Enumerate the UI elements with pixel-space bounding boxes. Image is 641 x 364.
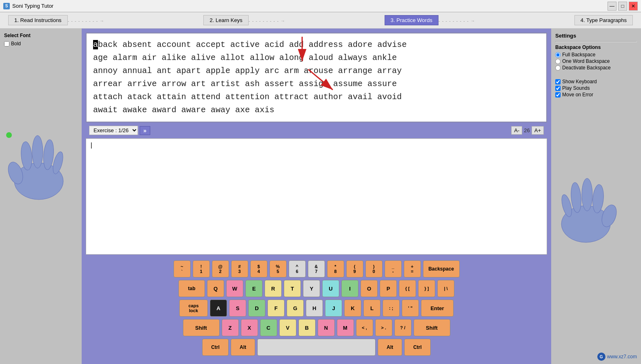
move-on-error-checkbox[interactable] <box>555 92 561 98</box>
key-6[interactable]: ^6 <box>289 260 306 277</box>
first-char: a <box>93 40 98 49</box>
key-7[interactable]: &7 <box>308 260 325 277</box>
step2-button[interactable]: 2. Learn Keys <box>203 15 248 25</box>
show-keyboard-checkbox[interactable] <box>555 79 561 84</box>
key-alt-right[interactable]: Alt <box>378 339 402 356</box>
font-decrease-button[interactable]: A- <box>511 126 522 135</box>
key-b[interactable]: B <box>298 319 316 336</box>
key-a[interactable]: A <box>210 300 227 317</box>
key-s[interactable]: S <box>229 300 246 317</box>
app-title: Soni Typing Tutor <box>12 3 53 9</box>
key-p[interactable]: P <box>380 280 397 297</box>
key-ctrl-right[interactable]: Ctrl <box>404 339 431 356</box>
deactivate-radio[interactable] <box>555 65 561 71</box>
key-2[interactable]: @2 <box>212 260 229 277</box>
typing-area[interactable]: | <box>86 138 547 255</box>
key-shift-left[interactable]: Shift <box>183 319 220 336</box>
key-backslash[interactable]: | \ <box>437 280 454 297</box>
key-t[interactable]: T <box>284 280 301 297</box>
word-line4: arrear arrive arrow art artist ash asser… <box>93 79 397 89</box>
minimize-button[interactable]: — <box>608 2 617 11</box>
key-slash[interactable]: ? / <box>394 319 412 336</box>
app-icon: S <box>3 3 10 9</box>
key-tab[interactable]: tab <box>178 280 205 297</box>
key-row-qwerty: tab Q W E R T Y U I O P { [ } ] | \ <box>178 280 454 297</box>
key-v[interactable]: V <box>279 319 296 336</box>
key-bracket-close[interactable]: } ] <box>418 280 435 297</box>
key-m[interactable]: M <box>337 319 354 336</box>
key-e[interactable]: E <box>245 280 263 297</box>
key-h[interactable]: H <box>306 300 323 317</box>
key-1[interactable]: !1 <box>193 260 210 277</box>
deactivate-label: Deactivate Backspace <box>562 65 611 71</box>
key-9[interactable]: (9 <box>346 260 363 277</box>
word-line1: back absent account accept active acid a… <box>98 40 407 49</box>
key-space[interactable] <box>257 339 376 356</box>
key-3[interactable]: #3 <box>231 260 248 277</box>
key-r[interactable]: R <box>265 280 282 297</box>
key-alt-left[interactable]: Alt <box>231 339 255 356</box>
key-z[interactable]: Z <box>222 319 239 336</box>
key-g[interactable]: G <box>287 300 304 317</box>
key-period[interactable]: > . <box>375 319 392 336</box>
settings-title: Settings <box>555 33 637 39</box>
key-0[interactable]: )0 <box>365 260 383 277</box>
svg-point-3 <box>32 135 43 168</box>
key-f[interactable]: F <box>267 300 285 317</box>
right-hand-area <box>555 171 637 246</box>
key-x[interactable]: X <box>241 319 258 336</box>
green-dot <box>6 132 12 138</box>
deactivate-row: Deactivate Backspace <box>555 65 637 71</box>
key-d[interactable]: D <box>248 300 265 317</box>
key-u[interactable]: U <box>322 280 339 297</box>
one-word-radio[interactable] <box>555 59 561 64</box>
key-y[interactable]: Y <box>303 280 320 297</box>
key-c[interactable]: C <box>260 319 277 336</box>
word-line5: attach atack attain attend attention att… <box>93 92 402 102</box>
key-k[interactable]: K <box>344 300 361 317</box>
step3-button[interactable]: 3. Practice Words <box>385 15 438 25</box>
key-minus[interactable]: _- <box>385 260 402 277</box>
bold-checkbox[interactable] <box>4 41 9 47</box>
key-n[interactable]: N <box>318 319 335 336</box>
nav-step-2: 2. Learn Keys <box>203 15 248 25</box>
key-capslock[interactable]: capslock <box>179 300 208 317</box>
key-equals[interactable]: += <box>404 260 421 277</box>
full-backspace-radio[interactable] <box>555 52 561 58</box>
key-comma[interactable]: < , <box>356 319 373 336</box>
key-l[interactable]: L <box>363 300 381 317</box>
key-enter[interactable]: Enter <box>421 300 454 317</box>
backspace-section-title: Backspace Options <box>555 44 637 50</box>
svg-point-9 <box>582 178 592 211</box>
key-shift-right[interactable]: Shift <box>414 319 450 336</box>
key-j[interactable]: J <box>325 300 342 317</box>
key-bracket-open[interactable]: { [ <box>399 280 416 297</box>
titlebar-left: S Soni Typing Tutor <box>3 3 53 9</box>
close-button[interactable]: ✕ <box>629 2 638 11</box>
svg-point-4 <box>42 139 55 170</box>
key-ctrl-left[interactable]: Ctrl <box>202 339 229 356</box>
titlebar-controls[interactable]: — □ ✕ <box>608 2 638 11</box>
font-increase-button[interactable]: A+ <box>532 126 544 135</box>
exercise-select[interactable]: Exercise : 1/26 <box>89 126 138 135</box>
maximize-button[interactable]: □ <box>618 2 627 11</box>
key-q[interactable]: Q <box>207 280 224 297</box>
nav-step-1: 1. Read Instructions <box>8 15 68 25</box>
step4-button[interactable]: 4. Type Paragraphs <box>574 15 633 25</box>
watermark-logo: G <box>597 353 605 361</box>
key-o[interactable]: O <box>361 280 378 297</box>
key-backtick[interactable]: ~` <box>174 260 191 277</box>
key-backspace[interactable]: Backspace <box>423 260 460 277</box>
key-8[interactable]: *8 <box>327 260 344 277</box>
key-semicolon[interactable]: : ; <box>383 300 400 317</box>
nav-step-4: 4. Type Paragraphs <box>574 15 633 25</box>
exercise-next-button[interactable]: » <box>140 126 150 135</box>
step1-button[interactable]: 1. Read Instructions <box>8 15 68 25</box>
key-quote[interactable]: ' " <box>402 300 419 317</box>
left-sidebar: Select Font Bold <box>0 29 82 364</box>
key-w[interactable]: W <box>226 280 243 297</box>
key-i[interactable]: I <box>341 280 358 297</box>
key-4[interactable]: $4 <box>250 260 267 277</box>
key-5[interactable]: %5 <box>269 260 287 277</box>
play-sounds-checkbox[interactable] <box>555 86 561 91</box>
